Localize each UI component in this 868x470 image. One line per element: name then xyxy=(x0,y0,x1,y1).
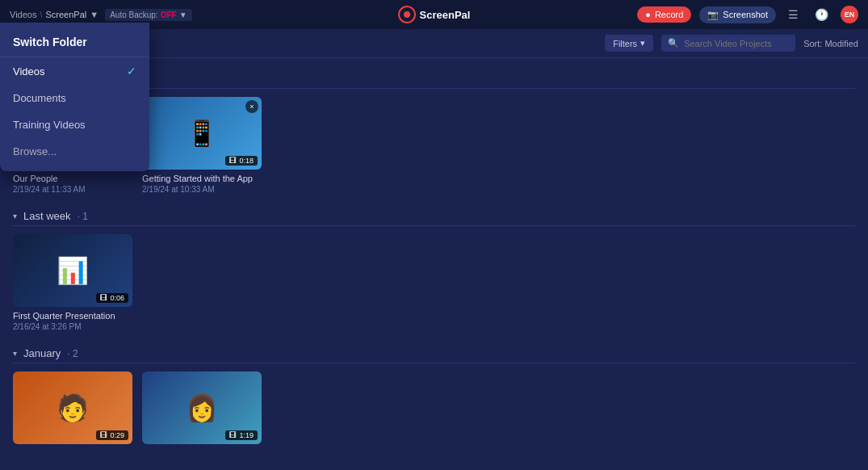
language-badge[interactable]: EN xyxy=(841,6,858,23)
video-title-getting-started: Getting Started with the App xyxy=(142,174,262,183)
duration-value4: 0:29 xyxy=(110,431,124,439)
video-title-our-people: Our People xyxy=(13,174,132,183)
video-thumb-getting-started: 📱 × 🎞 0:18 xyxy=(142,97,262,170)
duration-badge-first-quarter: 🎞 0:06 xyxy=(96,293,128,303)
folder-training-label: Training Videos xyxy=(13,119,86,131)
clock-icon[interactable]: 🕐 xyxy=(811,6,832,23)
duration-badge-jan-woman: 🎞 1:19 xyxy=(225,430,258,440)
screenshot-icon: 📷 xyxy=(707,10,719,20)
folder-item-videos[interactable]: Videos ✓ xyxy=(0,57,149,85)
check-icon: ✓ xyxy=(127,65,136,78)
video-thumb-first-quarter: 📊 🎞 0:06 xyxy=(13,234,132,307)
record-button[interactable]: ● Record xyxy=(637,6,691,23)
folder-item-documents[interactable]: Documents xyxy=(0,85,149,111)
filters-label: Filters xyxy=(613,39,637,48)
toolbar-right: Filters ▾ 🔍 Sort: Modified xyxy=(605,35,858,52)
video-grid-january: 🧑 🎞 0:29 👩 🎞 1:19 xyxy=(13,371,855,444)
backup-label: Auto Backup: xyxy=(110,10,157,19)
film-icon3: 🎞 xyxy=(100,294,107,302)
video-date-our-people: 2/19/24 at 11:33 AM xyxy=(13,185,132,194)
video-card-jan-man[interactable]: 🧑 🎞 0:29 xyxy=(13,371,132,444)
video-grid-last-week: 📊 🎞 0:06 First Quarter Presentation 2/16… xyxy=(13,234,855,331)
svg-point-1 xyxy=(404,11,410,18)
section-count-last-week: · 1 xyxy=(78,211,88,222)
breadcrumb-chevron: ▼ xyxy=(90,10,99,19)
section-chevron-january[interactable]: ▾ xyxy=(13,349,17,358)
switch-folder-dropdown: Switch Folder Videos ✓ Documents Trainin… xyxy=(0,23,149,171)
folder-item-training[interactable]: Training Videos xyxy=(0,111,149,138)
duration-badge-getting-started: 🎞 0:18 xyxy=(225,156,258,166)
record-label: Record xyxy=(655,10,683,19)
video-date-getting-started: 2/19/24 at 10:33 AM xyxy=(142,185,262,194)
section-count-january: · 2 xyxy=(67,348,78,359)
folder-videos-label: Videos xyxy=(13,65,45,78)
video-card-first-quarter[interactable]: 📊 🎞 0:06 First Quarter Presentation 2/16… xyxy=(13,234,132,331)
backup-status: OFF xyxy=(161,10,177,19)
video-thumb-jan-woman: 👩 🎞 1:19 xyxy=(142,371,262,444)
close-badge-getting-started[interactable]: × xyxy=(245,100,258,113)
film-icon4: 🎞 xyxy=(100,431,107,439)
breadcrumb-separator: \ xyxy=(40,10,42,19)
filters-button[interactable]: Filters ▾ xyxy=(605,35,653,52)
screenshot-button[interactable]: 📷 Screenshot xyxy=(699,6,776,23)
film-icon5: 🎞 xyxy=(229,431,237,439)
search-icon: 🔍 xyxy=(668,38,679,48)
sort-label: Sort: Modified xyxy=(803,39,858,48)
switch-folder-title: Switch Folder xyxy=(0,29,149,57)
video-thumb-jan-man: 🧑 🎞 0:29 xyxy=(13,371,132,444)
film-icon2: 🎞 xyxy=(229,157,237,165)
logo-area: ScreenPal xyxy=(398,6,471,23)
duration-value2: 0:18 xyxy=(239,157,254,165)
screenshot-label: Screenshot xyxy=(723,10,768,19)
duration-badge-jan-man: 🎞 0:29 xyxy=(96,430,128,440)
record-icon: ● xyxy=(645,10,651,19)
folder-documents-label: Documents xyxy=(13,92,66,104)
video-title-first-quarter: First Quarter Presentation xyxy=(13,311,132,321)
screenpal-logo-icon xyxy=(398,6,416,23)
section-header-january: ▾ January · 2 xyxy=(13,344,855,363)
video-date-first-quarter: 2/16/24 at 3:26 PM xyxy=(13,322,132,331)
section-chevron-last-week[interactable]: ▾ xyxy=(13,212,17,220)
section-header-last-week: ▾ Last week · 1 xyxy=(13,207,855,226)
duration-value5: 1:19 xyxy=(239,431,254,439)
nav-left: Videos \ ScreenPal ▼ Auto Backup: OFF ▼ xyxy=(10,9,192,21)
history-icon[interactable]: ☰ xyxy=(784,6,803,23)
breadcrumb-current: ScreenPal xyxy=(46,10,87,19)
folder-browse-item[interactable]: Browse... xyxy=(0,138,149,165)
video-card-getting-started[interactable]: 📱 × 🎞 0:18 Getting Started with the App … xyxy=(142,97,262,194)
duration-value3: 0:06 xyxy=(110,294,124,302)
search-box: 🔍 xyxy=(661,35,795,52)
filters-chevron: ▾ xyxy=(640,38,645,48)
logo-text: ScreenPal xyxy=(420,9,471,21)
search-input[interactable] xyxy=(684,39,789,48)
auto-backup-toggle[interactable]: Auto Backup: OFF ▼ xyxy=(105,9,191,21)
breadcrumb[interactable]: Videos \ ScreenPal ▼ xyxy=(10,10,99,19)
backup-chevron: ▼ xyxy=(179,10,187,19)
section-title-last-week: Last week xyxy=(23,210,71,222)
nav-right: ● Record 📷 Screenshot ☰ 🕐 EN xyxy=(637,6,858,23)
video-card-jan-woman[interactable]: 👩 🎞 1:19 xyxy=(142,371,262,444)
section-title-january: January xyxy=(23,347,61,359)
breadcrumb-root: Videos xyxy=(10,10,36,19)
